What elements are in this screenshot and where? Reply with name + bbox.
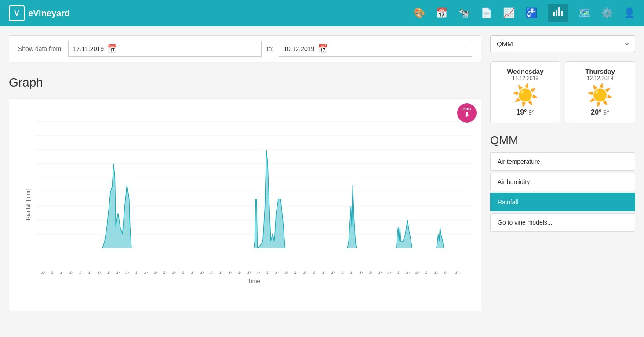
chart-container: PNG ⬇ Rainfall [mm] 1.0 0.9 0 xyxy=(9,98,481,311)
farm-icon[interactable]: 🐄 xyxy=(458,7,470,19)
qmm-section-title: QMM xyxy=(490,134,635,147)
x-axis-labels: 17.11 13:00 18.11 01:00 18.11 13:00 19.1… xyxy=(36,250,472,274)
logo-text: eVineyard xyxy=(28,8,70,18)
date-from-value: 17.11.2019 xyxy=(73,45,104,52)
x-axis-label: Time xyxy=(36,278,472,284)
menu-item-rainfall[interactable]: Rainfall xyxy=(490,193,635,211)
settings-icon[interactable]: ⚙️ xyxy=(601,7,613,19)
weather-date-wednesday: 11.12.2019 xyxy=(497,75,554,81)
menu-item-air-humidity[interactable]: Air humidity xyxy=(490,173,635,191)
rainfall-chart: 1.0 0.9 0.8 0.7 0.6 0.5 0.4 0.3 0.2 0.1 … xyxy=(36,108,472,248)
sun-icon-wednesday: ☀️ xyxy=(497,85,554,106)
document-icon[interactable]: 📄 xyxy=(480,7,492,19)
main-content: Show data from: 17.11.2019 📅 to: 10.12.2… xyxy=(0,26,644,337)
weather-card-thursday: Thursday 12.12.2019 ☀️ 20° 9° xyxy=(565,61,635,123)
sun-icon-thursday: ☀️ xyxy=(571,85,629,106)
weather-temp-wednesday: 19° 9° xyxy=(497,109,554,116)
menu-item-air-temperature[interactable]: Air temperature xyxy=(490,152,635,171)
graph-active-icon[interactable] xyxy=(548,4,568,22)
svg-text:17.11 13:00: 17.11 13:00 xyxy=(36,271,36,274)
weather-day-wednesday: Wednesday xyxy=(497,68,554,75)
svg-rect-0 xyxy=(553,12,555,16)
y-axis-label: Rainfall [mm] xyxy=(25,189,31,220)
date-range-label: Show data from: xyxy=(18,45,63,52)
chart-icon[interactable]: 📈 xyxy=(503,7,515,19)
date-to-input[interactable]: 10.12.2019 📅 xyxy=(279,41,472,57)
palette-icon[interactable]: 🎨 xyxy=(413,7,425,19)
calendar-icon[interactable]: 📅 xyxy=(436,7,448,19)
svg-text:10.12 01:00: 10.12 01:00 xyxy=(448,271,460,274)
header: V eVineyard 🎨 📅 🐄 📄 📈 🚰 🗺️ ⚙️ 👤 xyxy=(0,0,644,26)
station-dropdown[interactable]: QMM xyxy=(490,35,635,52)
logo-icon: V xyxy=(9,5,25,21)
svg-rect-2 xyxy=(558,7,560,16)
logo-symbol: V xyxy=(14,9,19,18)
graph-title: Graph xyxy=(9,76,481,90)
png-download-button[interactable]: PNG ⬇ xyxy=(457,103,477,123)
date-separator: to: xyxy=(267,45,274,52)
map-icon[interactable]: 🗺️ xyxy=(579,7,590,19)
weather-cards: Wednesday 11.12.2019 ☀️ 19° 9° Thursday … xyxy=(490,61,635,123)
left-panel: Show data from: 17.11.2019 📅 to: 10.12.2… xyxy=(9,35,481,328)
user-icon[interactable]: 👤 xyxy=(623,7,635,19)
right-panel: QMM Wednesday 11.12.2019 ☀️ 19° 9° Thurs… xyxy=(490,35,635,328)
svg-rect-3 xyxy=(561,11,563,16)
weather-day-thursday: Thursday xyxy=(571,68,629,75)
svg-text:18.11 01:00: 18.11 01:00 xyxy=(36,271,46,274)
svg-rect-1 xyxy=(556,10,557,16)
date-to-value: 10.12.2019 xyxy=(284,45,314,52)
calendar-to-icon[interactable]: 📅 xyxy=(318,44,327,54)
menu-item-vine-models[interactable]: Go to vine models... xyxy=(490,213,635,232)
weather-temp-thursday: 20° 9° xyxy=(571,109,629,116)
weather-date-thursday: 12.12.2019 xyxy=(571,75,629,81)
faucet-icon[interactable]: 🚰 xyxy=(525,7,537,19)
calendar-from-icon[interactable]: 📅 xyxy=(107,44,117,54)
date-from-input[interactable]: 17.11.2019 📅 xyxy=(68,41,262,57)
main-nav: 🎨 📅 🐄 📄 📈 🚰 🗺️ ⚙️ 👤 xyxy=(413,4,635,22)
weather-card-wednesday: Wednesday 11.12.2019 ☀️ 19° 9° xyxy=(490,61,560,123)
date-range-bar: Show data from: 17.11.2019 📅 to: 10.12.2… xyxy=(9,35,481,62)
logo: V eVineyard xyxy=(9,5,413,21)
